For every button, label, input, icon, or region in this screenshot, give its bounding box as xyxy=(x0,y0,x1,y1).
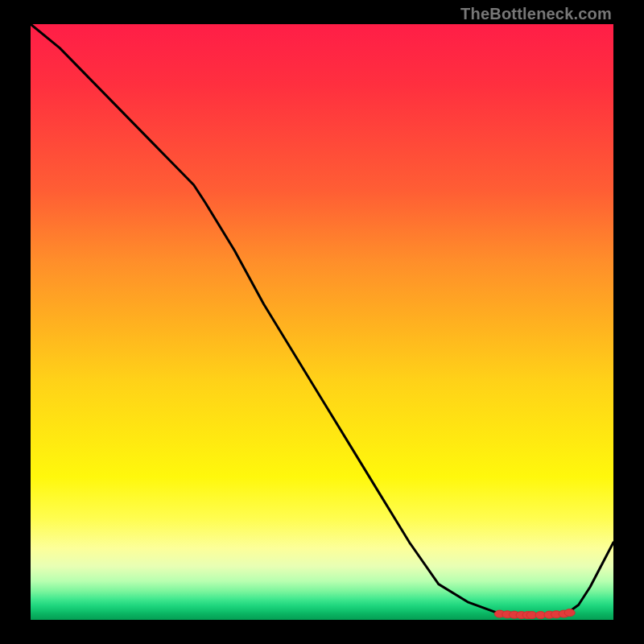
marker-dot xyxy=(564,609,575,617)
watermark-text: TheBottleneck.com xyxy=(460,5,612,23)
chart-overlay xyxy=(31,24,613,620)
chart-markers xyxy=(494,609,575,619)
chart-curve xyxy=(31,24,613,615)
plot-area xyxy=(31,24,613,620)
chart-frame: TheBottleneck.com xyxy=(0,0,644,644)
